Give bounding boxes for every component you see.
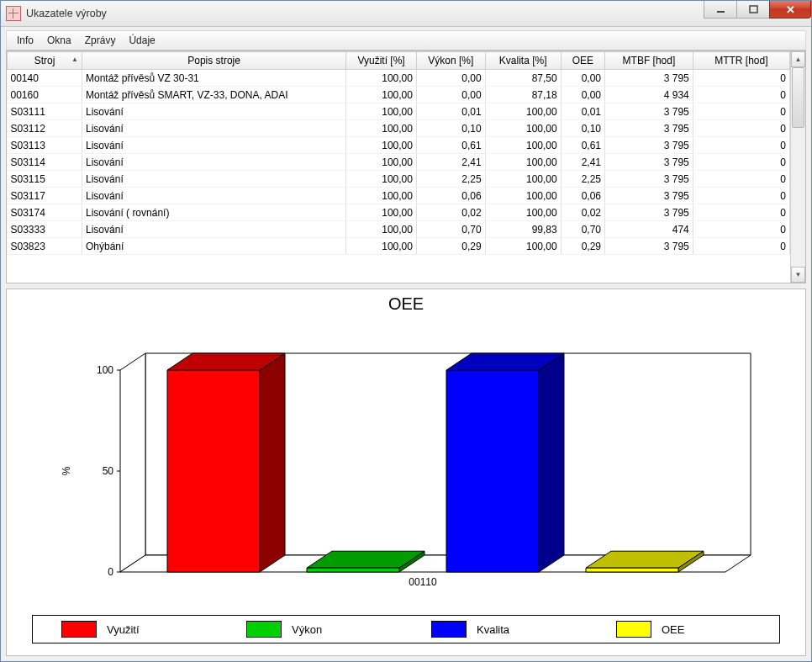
- data-grid: Stroj▲ Popis stroje Využití [%] Výkon [%…: [6, 50, 806, 283]
- menu-udaje[interactable]: Údaje: [122, 33, 161, 48]
- table-row[interactable]: S03117Lisování100,000,06100,000,063 7950: [8, 188, 790, 204]
- table-cell: 3 795: [605, 204, 693, 221]
- table-cell: Lisování ( rovnání): [82, 204, 346, 221]
- table-cell: 100,00: [485, 154, 561, 171]
- col-vykon[interactable]: Výkon [%]: [416, 52, 485, 70]
- table-cell: 100,00: [346, 103, 417, 120]
- menu-info[interactable]: Info: [10, 33, 40, 48]
- svg-text:100: 100: [97, 364, 113, 376]
- table-header-row: Stroj▲ Popis stroje Využití [%] Výkon [%…: [8, 52, 790, 70]
- col-stroj[interactable]: Stroj▲: [8, 52, 82, 70]
- scroll-thumb[interactable]: [792, 67, 804, 128]
- table-row[interactable]: S03114Lisování100,002,41100,002,413 7950: [8, 154, 790, 171]
- table-row[interactable]: S03111Lisování100,000,01100,000,013 7950: [8, 103, 790, 120]
- table-cell: 0,70: [561, 221, 604, 238]
- maximize-icon: [748, 5, 759, 14]
- table-cell: 87,18: [485, 87, 561, 103]
- table-cell: S03111: [8, 103, 82, 120]
- legend-swatch: [61, 621, 97, 638]
- table-cell: S03333: [8, 221, 82, 238]
- svg-text:50: 50: [103, 465, 114, 477]
- table-cell: 3 795: [605, 154, 693, 171]
- table-cell: S03117: [8, 188, 82, 204]
- table-cell: 0,70: [416, 221, 485, 238]
- col-mttr[interactable]: MTTR [hod]: [693, 52, 789, 70]
- table-cell: 3 795: [605, 103, 693, 120]
- table-cell: 3 795: [605, 171, 693, 188]
- menu-zpravy[interactable]: Zprávy: [78, 33, 123, 48]
- col-kvalita[interactable]: Kvalita [%]: [485, 52, 561, 70]
- scroll-up-button[interactable]: ▲: [791, 51, 805, 67]
- legend-swatch: [431, 621, 467, 638]
- table-cell: 100,00: [346, 87, 417, 103]
- col-oee[interactable]: OEE: [561, 52, 604, 70]
- table-cell: Lisování: [82, 137, 346, 154]
- legend-swatch: [616, 621, 651, 638]
- vertical-scrollbar[interactable]: ▲ ▼: [790, 51, 805, 283]
- table-cell: 100,00: [485, 238, 561, 255]
- table-cell: S03174: [8, 204, 82, 221]
- table-cell: 0,06: [416, 188, 485, 204]
- minimize-icon: [715, 5, 726, 14]
- scroll-down-button[interactable]: ▼: [791, 267, 805, 283]
- table-cell: 2,25: [561, 171, 604, 188]
- window-title: Ukazatele výroby: [26, 8, 704, 19]
- machines-table[interactable]: Stroj▲ Popis stroje Využití [%] Výkon [%…: [7, 51, 790, 255]
- table-row[interactable]: S03113Lisování100,000,61100,000,613 7950: [8, 137, 790, 154]
- table-cell: S03113: [8, 137, 82, 154]
- svg-marker-3: [120, 353, 145, 572]
- table-cell: Lisování: [82, 120, 346, 137]
- table-cell: 0,01: [416, 103, 485, 120]
- table-cell: 3 795: [605, 238, 693, 255]
- table-row[interactable]: 00160Montáž přívěsů SMART, VZ-33, DONA, …: [8, 87, 790, 103]
- table-row[interactable]: S03823Ohýbání100,000,29100,000,293 7950: [8, 238, 790, 255]
- menu-okna[interactable]: Okna: [40, 33, 78, 48]
- table-cell: 100,00: [485, 103, 561, 120]
- table-cell: 100,00: [346, 221, 417, 238]
- col-stroj-label: Stroj: [34, 55, 55, 66]
- table-cell: 474: [605, 221, 693, 238]
- col-mtbf[interactable]: MTBF [hod]: [605, 52, 693, 70]
- table-cell: 0: [693, 120, 789, 137]
- table-cell: 100,00: [346, 204, 417, 221]
- table-cell: 100,00: [346, 171, 417, 188]
- table-cell: 0,29: [416, 238, 485, 255]
- table-cell: 0: [693, 188, 789, 204]
- table-cell: 3 795: [605, 137, 693, 154]
- close-button[interactable]: ✕: [769, 1, 811, 19]
- chart-area: 050100%00110: [7, 317, 805, 608]
- table-cell: Montáž přívěsů SMART, VZ-33, DONA, ADAI: [82, 87, 346, 103]
- table-cell: 0: [693, 221, 789, 238]
- maximize-button[interactable]: [736, 1, 770, 19]
- minimize-button[interactable]: [704, 1, 737, 19]
- table-row[interactable]: S03112Lisování100,000,10100,000,103 7950: [8, 120, 790, 137]
- table-row[interactable]: 00140Montáž přívěsů VZ 30-31100,000,0087…: [8, 70, 790, 87]
- table-cell: 2,41: [416, 154, 485, 171]
- legend-item: OEE: [616, 621, 751, 638]
- titlebar: Ukazatele výroby ✕: [1, 1, 811, 27]
- svg-rect-1: [750, 6, 757, 13]
- legend-item: Využití: [61, 621, 196, 638]
- table-cell: 100,00: [346, 188, 417, 204]
- table-cell: 3 795: [605, 120, 693, 137]
- table-cell: 3 795: [605, 70, 693, 87]
- table-cell: 0,01: [561, 103, 604, 120]
- table-row[interactable]: S03333Lisování100,000,7099,830,704740: [8, 221, 790, 238]
- col-popis[interactable]: Popis stroje: [82, 52, 346, 70]
- chart-legend: VyužitíVýkonKvalitaOEE: [32, 615, 780, 643]
- svg-rect-0: [717, 11, 725, 13]
- legend-item: Kvalita: [431, 621, 566, 638]
- table-cell: 2,25: [416, 171, 485, 188]
- svg-marker-14: [167, 370, 260, 572]
- table-row[interactable]: S03115Lisování100,002,25100,002,253 7950: [8, 171, 790, 188]
- table-cell: 0,02: [416, 204, 485, 221]
- legend-swatch: [246, 621, 282, 638]
- table-cell: Lisování: [82, 103, 346, 120]
- col-vyuziti[interactable]: Využití [%]: [346, 52, 417, 70]
- scroll-track[interactable]: [791, 67, 805, 267]
- svg-marker-17: [307, 568, 399, 572]
- table-cell: 0,10: [416, 120, 485, 137]
- table-row[interactable]: S03174Lisování ( rovnání)100,000,02100,0…: [8, 204, 790, 221]
- window-controls: ✕: [704, 1, 811, 19]
- table-cell: S03115: [8, 171, 82, 188]
